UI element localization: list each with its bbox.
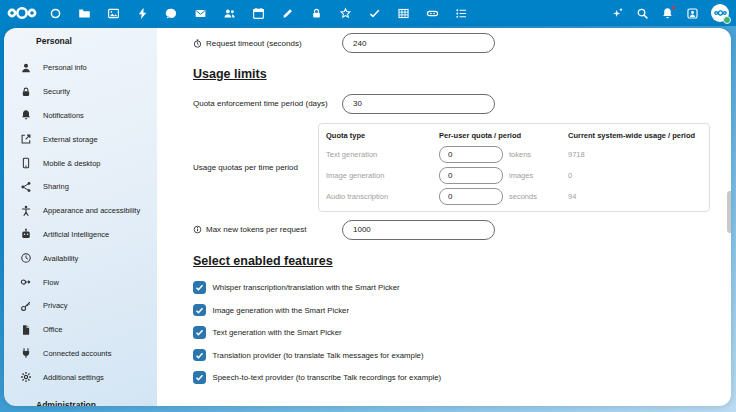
ai-icon: [20, 228, 32, 240]
feature-translation-provider[interactable]: Translation provider (to translate Talk …: [193, 349, 710, 362]
sidebar-item-label: Mobile & desktop: [43, 159, 101, 168]
user-avatar[interactable]: [711, 4, 729, 22]
checkbox-checked-icon[interactable]: [193, 281, 206, 294]
tasks-icon[interactable]: [368, 7, 381, 20]
contacts-menu-icon[interactable]: [686, 7, 699, 20]
sidebar-item-flow[interactable]: Flow: [4, 270, 157, 294]
request-timeout-input[interactable]: [342, 33, 495, 53]
quota-unit: tokens: [509, 150, 531, 159]
sidebar-item-label: Flow: [43, 278, 59, 287]
checkbox-checked-icon[interactable]: [193, 349, 206, 362]
col-system-usage: Current system-wide usage / period: [568, 131, 702, 140]
lock-icon: [20, 86, 32, 98]
sidebar-item-label: Notifications: [43, 111, 84, 120]
nextcloud-logo-icon[interactable]: [7, 5, 37, 21]
notifications-button[interactable]: [661, 7, 674, 20]
usage-quota-section: Usage quotas per time period Quota type …: [193, 123, 710, 212]
sidebar-section-administration: Administration: [36, 400, 96, 406]
usage-limits-heading: Usage limits: [193, 67, 710, 83]
tables-icon[interactable]: [397, 7, 410, 20]
text-generation-quota-input[interactable]: [439, 146, 503, 163]
vertical-scrollbar[interactable]: [727, 191, 731, 233]
timer-icon: [193, 39, 202, 48]
sidebar-item-privacy[interactable]: Privacy: [4, 294, 157, 318]
sidebar-item-availability[interactable]: Availability: [4, 246, 157, 270]
bookmarks-icon[interactable]: [426, 7, 439, 20]
settings-sidebar: Personal Personal info Security Notifica…: [4, 28, 157, 406]
files-icon[interactable]: [78, 7, 91, 20]
app-menu: [49, 7, 468, 20]
sidebar-item-office[interactable]: Office: [4, 318, 157, 342]
sidebar-item-mobile-desktop[interactable]: Mobile & desktop: [4, 151, 157, 175]
max-tokens-input[interactable]: [342, 220, 495, 240]
feature-text-generation[interactable]: Text generation with the Smart Picker: [193, 326, 710, 339]
quota-period-row: Quota enforcement time period (days): [193, 94, 710, 114]
sidebar-item-external-storage[interactable]: External storage: [4, 127, 157, 151]
plug-icon: [20, 347, 32, 359]
checkbox-checked-icon[interactable]: [193, 326, 206, 339]
sidebar-item-label: Appearance and accessibility: [43, 206, 140, 215]
gear-icon: [20, 371, 32, 383]
contacts-icon[interactable]: [223, 7, 236, 20]
quota-usage: 9718: [568, 150, 702, 159]
sidebar-item-sharing[interactable]: Sharing: [4, 175, 157, 199]
document-icon: [20, 324, 32, 336]
mail-icon[interactable]: [194, 7, 207, 20]
quota-row-audio-transcription: Audio transcription seconds 94: [319, 186, 709, 207]
sidebar-item-connected-accounts[interactable]: Connected accounts: [4, 342, 157, 366]
sidebar-item-artificial-intelligence[interactable]: Artificial Intelligence: [4, 223, 157, 247]
max-tokens-row: Max new tokens per request: [193, 220, 710, 240]
sidebar-item-personal-info[interactable]: Personal info: [4, 56, 157, 80]
quota-period-input[interactable]: [342, 94, 495, 114]
deck-icon[interactable]: [455, 7, 468, 20]
sidebar-item-label: Office: [43, 325, 62, 334]
sidebar-item-label: Personal info: [43, 63, 87, 72]
notes-icon[interactable]: [281, 7, 294, 20]
accessibility-icon: [20, 205, 32, 217]
quota-unit: images: [509, 171, 533, 180]
key-icon: [20, 300, 32, 312]
sidebar-item-additional-settings[interactable]: Additional settings: [4, 365, 157, 389]
sidebar-item-label: Privacy: [43, 301, 68, 310]
sidebar-section-personal: Personal: [36, 34, 157, 48]
dashboard-icon[interactable]: [49, 7, 62, 20]
talk-icon[interactable]: [165, 7, 178, 20]
sidebar-item-label: Additional settings: [43, 373, 104, 382]
checkbox-checked-icon[interactable]: [193, 371, 206, 384]
assistant-icon[interactable]: [611, 7, 624, 20]
flow-icon: [20, 276, 32, 288]
sidebar-item-label: Connected accounts: [43, 349, 111, 358]
passwords-icon[interactable]: [310, 7, 323, 20]
info-icon: [193, 225, 202, 234]
sidebar-item-notifications[interactable]: Notifications: [4, 104, 157, 128]
quota-row-text-generation: Text generation tokens 9718: [319, 144, 709, 165]
image-generation-quota-input[interactable]: [439, 167, 503, 184]
sidebar-item-label: External storage: [43, 135, 98, 144]
photos-icon[interactable]: [107, 7, 120, 20]
mobile-icon: [20, 157, 32, 169]
sidebar-item-appearance-accessibility[interactable]: Appearance and accessibility: [4, 199, 157, 223]
calendar-icon[interactable]: [252, 7, 265, 20]
feature-speech-to-text-provider[interactable]: Speech-to-text provider (to transcribe T…: [193, 371, 710, 384]
quota-row-image-generation: Image generation images 0: [319, 165, 709, 186]
quota-table-header: Quota type Per-user quota / period Curre…: [319, 128, 709, 144]
checkbox-checked-icon[interactable]: [193, 304, 206, 317]
feature-whisper-transcription[interactable]: Whisper transcription/translation with t…: [193, 281, 710, 294]
feature-image-generation[interactable]: Image generation with the Smart Picker: [193, 304, 710, 317]
sidebar-item-security[interactable]: Security: [4, 80, 157, 104]
sidebar-item-label: Sharing: [43, 182, 69, 191]
enabled-features-heading: Select enabled features: [193, 254, 710, 270]
usage-quota-table: Quota type Per-user quota / period Curre…: [318, 123, 710, 212]
quota-usage: 94: [568, 192, 702, 201]
search-icon[interactable]: [636, 7, 649, 20]
clock-icon: [20, 252, 32, 264]
audio-transcription-quota-input[interactable]: [439, 188, 503, 205]
unread-notifications-dot: [671, 5, 676, 10]
request-timeout-row: Request timeout (seconds): [193, 33, 710, 53]
col-quota-type: Quota type: [326, 131, 439, 140]
activity-icon[interactable]: [136, 7, 149, 20]
top-header-bar: [0, 0, 736, 26]
share-icon: [20, 181, 32, 193]
collectives-icon[interactable]: [339, 7, 352, 20]
max-tokens-label: Max new tokens per request: [206, 225, 307, 234]
